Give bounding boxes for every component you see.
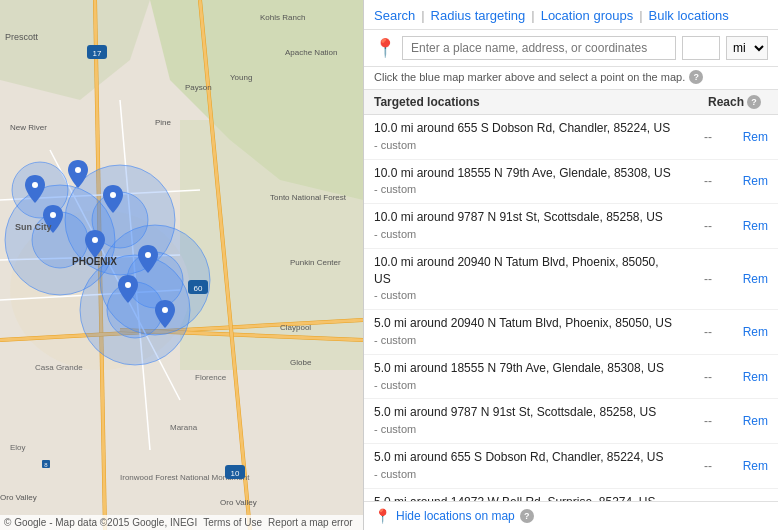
location-sub: - custom [374,468,416,480]
location-main: 10.0 mi around 20940 N Tatum Blvd, Phoen… [374,255,659,286]
location-main: 5.0 mi around 18555 N 79th Ave, Glendale… [374,361,664,375]
svg-point-34 [32,182,38,188]
remove-action[interactable]: Rem [738,219,768,233]
table-body: 10.0 mi around 655 S Dobson Rd, Chandler… [364,115,778,501]
reach-cell: -- [678,130,738,144]
place-input[interactable] [402,36,676,60]
map-panel: Sun City PHOENIX Casa Grande Marana Eloy… [0,0,363,530]
svg-text:PHOENIX: PHOENIX [72,256,117,267]
svg-point-32 [92,237,98,243]
hint-text: Click the blue map marker above and sele… [374,71,685,83]
map-attribution: © Google - Map data ©2015 Google, INEGI … [0,515,363,530]
reach-cell: -- [678,325,738,339]
reach-cell: -- [678,174,738,188]
svg-point-31 [75,167,81,173]
col-reach-header: Reach ? [708,95,768,109]
location-cell: 5.0 mi around 9787 N 91st St, Scottsdale… [374,404,678,438]
attribution-text: © Google - Map data ©2015 Google, INEGI [4,517,197,528]
svg-point-33 [162,307,168,313]
table-row: 10.0 mi around 9787 N 91st St, Scottsdal… [364,204,778,249]
table-row: 5.0 mi around 655 S Dobson Rd, Chandler,… [364,444,778,489]
table-row: 10.0 mi around 18555 N 79th Ave, Glendal… [364,160,778,205]
remove-action[interactable]: Rem [738,459,768,473]
location-sub: - custom [374,289,416,301]
svg-text:Kohls Ranch: Kohls Ranch [260,13,305,22]
location-sub: - custom [374,183,416,195]
map-pin-icon: 📍 [374,37,396,59]
remove-action[interactable]: Rem [738,174,768,188]
location-sub: - custom [374,423,416,435]
location-cell: 5.0 mi around 20940 N Tatum Blvd, Phoeni… [374,315,678,349]
search-link[interactable]: Search [374,8,415,23]
report-link[interactable]: Report a map error [268,517,352,528]
reach-cell: -- [678,272,738,286]
table-row: 10.0 mi around 20940 N Tatum Blvd, Phoen… [364,249,778,310]
sep3: | [639,8,642,23]
svg-point-27 [145,252,151,258]
svg-text:Tonto National Forest: Tonto National Forest [270,193,347,202]
location-cell: 5.0 mi around 655 S Dobson Rd, Chandler,… [374,449,678,483]
table-row: 10.0 mi around 655 S Dobson Rd, Chandler… [364,115,778,160]
svg-text:Claypool: Claypool [280,323,311,332]
location-sub: - custom [374,379,416,391]
svg-text:Marana: Marana [170,423,198,432]
hide-locations-link[interactable]: Hide locations on map [396,509,515,523]
svg-text:10: 10 [231,469,240,478]
location-cell: 10.0 mi around 655 S Dobson Rd, Chandler… [374,120,678,154]
table-header: Targeted locations Reach ? [364,90,778,115]
map-canvas[interactable]: Sun City PHOENIX Casa Grande Marana Eloy… [0,0,363,530]
reach-cell: -- [678,370,738,384]
svg-text:Sun City: Sun City [15,222,52,232]
remove-action[interactable]: Rem [738,370,768,384]
right-panel: Search | Radius targeting | Location gro… [363,0,778,530]
footer-help-badge[interactable]: ? [520,509,534,523]
remove-action[interactable]: Rem [738,130,768,144]
svg-text:Globe: Globe [290,358,312,367]
location-main: 10.0 mi around 18555 N 79th Ave, Glendal… [374,166,671,180]
svg-text:Payson: Payson [185,83,212,92]
svg-point-28 [50,212,56,218]
svg-text:Casa Grande: Casa Grande [35,363,83,372]
radius-targeting-link[interactable]: Radius targeting [431,8,526,23]
location-sub: - custom [374,139,416,151]
bulk-locations-link[interactable]: Bulk locations [649,8,729,23]
svg-text:Apache Nation: Apache Nation [285,48,337,57]
reach-cell: -- [678,219,738,233]
col-location-header: Targeted locations [374,95,708,109]
svg-text:17: 17 [93,49,102,58]
radius-input[interactable]: 20 [682,36,720,60]
location-sub: - custom [374,334,416,346]
table-row: 5.0 mi around 18555 N 79th Ave, Glendale… [364,355,778,400]
remove-action[interactable]: Rem [738,325,768,339]
location-groups-link[interactable]: Location groups [541,8,634,23]
svg-text:Punkin Center: Punkin Center [290,258,341,267]
remove-action[interactable]: Rem [738,272,768,286]
svg-text:Florence: Florence [195,373,227,382]
location-main: 5.0 mi around 655 S Dobson Rd, Chandler,… [374,450,664,464]
table-row: 5.0 mi around 14873 W Bell Rd, Surprise,… [364,489,778,501]
location-cell: 10.0 mi around 9787 N 91st St, Scottsdal… [374,209,678,243]
location-main: 5.0 mi around 9787 N 91st St, Scottsdale… [374,405,656,419]
location-cell: 5.0 mi around 18555 N 79th Ave, Glendale… [374,360,678,394]
location-sub: - custom [374,228,416,240]
svg-text:Eloy: Eloy [10,443,26,452]
reach-cell: -- [678,459,738,473]
location-cell: 10.0 mi around 20940 N Tatum Blvd, Phoen… [374,254,678,304]
svg-point-30 [125,282,131,288]
location-cell: 5.0 mi around 14873 W Bell Rd, Surprise,… [374,494,678,501]
remove-action[interactable]: Rem [738,414,768,428]
reach-cell: -- [678,414,738,428]
hint-help-badge[interactable]: ? [689,70,703,84]
terms-link[interactable]: Terms of Use [203,517,262,528]
sep2: | [531,8,534,23]
svg-text:Young: Young [230,73,252,82]
unit-select[interactable]: mi km [726,36,768,60]
footer-pin-icon: 📍 [374,508,391,524]
location-cell: 10.0 mi around 18555 N 79th Ave, Glendal… [374,165,678,199]
svg-text:New River: New River [10,123,47,132]
top-nav: Search | Radius targeting | Location gro… [364,0,778,30]
reach-help-badge[interactable]: ? [747,95,761,109]
table-row: 5.0 mi around 20940 N Tatum Blvd, Phoeni… [364,310,778,355]
svg-text:60: 60 [194,284,203,293]
location-main: 10.0 mi around 655 S Dobson Rd, Chandler… [374,121,670,135]
